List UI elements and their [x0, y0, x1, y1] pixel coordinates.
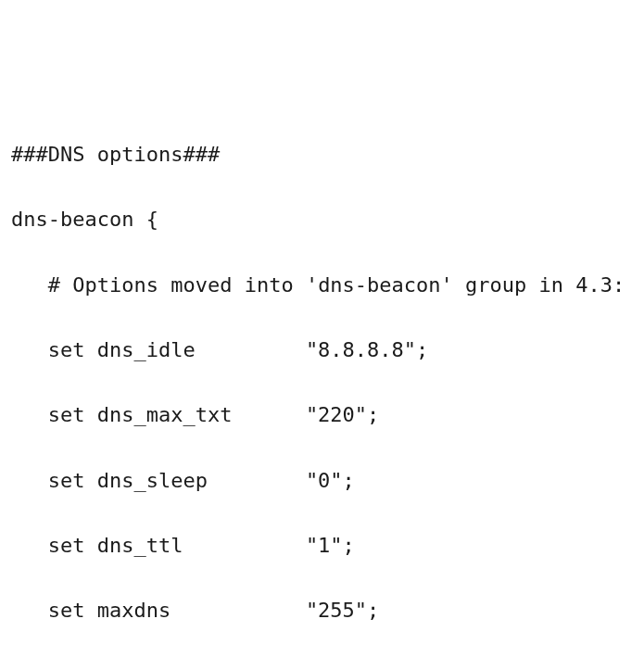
setting-key: set dns_sleep [48, 464, 306, 497]
setting-key: set dns_idle [48, 334, 306, 366]
block-open: dns-beacon { [11, 203, 633, 235]
setting-line: set dns_ttl"1"; [11, 529, 633, 562]
setting-value: "0"; [306, 464, 355, 497]
setting-line: set dns_idle"8.8.8.8"; [11, 334, 633, 366]
setting-line: set maxdns"255"; [11, 594, 633, 626]
header-comment: ###DNS options### [11, 138, 633, 171]
setting-key: set maxdns [48, 594, 306, 626]
setting-value: "255"; [306, 594, 379, 626]
setting-key: set dns_ttl [48, 529, 306, 562]
setting-line: set dns_max_txt"220"; [11, 398, 633, 431]
group1-comment: # Options moved into 'dns-beacon' group … [11, 269, 633, 301]
setting-value: "1"; [306, 529, 355, 562]
setting-value: "220"; [306, 398, 379, 431]
setting-value: "8.8.8.8"; [306, 334, 428, 366]
setting-key: set dns_max_txt [48, 398, 306, 431]
setting-line: set dns_sleep"0"; [11, 464, 633, 497]
